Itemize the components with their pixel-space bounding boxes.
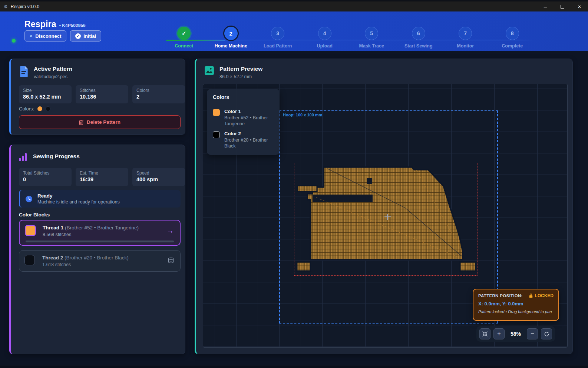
- step-label: Start Sewing: [404, 43, 433, 49]
- position-label: PATTERN POSITION:: [478, 294, 523, 298]
- step-mask-trace[interactable]: 5 Mask Trace: [348, 22, 395, 50]
- delete-pattern-button[interactable]: Delete Pattern: [19, 115, 181, 129]
- app-icon: ⚙: [4, 4, 8, 9]
- pattern-preview-card: Pattern Preview 86.0 × 52.2 mm Hoop: 100…: [195, 59, 573, 354]
- image-icon: [204, 66, 214, 76]
- layers-icon: [168, 257, 174, 264]
- step-circle: 6: [412, 27, 425, 40]
- color-blocks-label: Color Blocks: [19, 212, 50, 218]
- zoom-out-button[interactable]: −: [527, 328, 538, 339]
- lock-icon: [529, 294, 533, 298]
- sewing-progress-title: Sewing Progress: [33, 153, 80, 160]
- step-circle-active: 2: [223, 26, 239, 41]
- stat-colors: Colors 2: [132, 85, 185, 103]
- disconnect-label: Disconnect: [35, 33, 61, 39]
- legend-title: Colors: [213, 94, 274, 100]
- zoom-in-button[interactable]: +: [493, 328, 505, 339]
- step-label: Complete: [502, 43, 523, 49]
- step-start-sewing[interactable]: 6 Start Sewing: [395, 22, 442, 50]
- thread-stitch-count: 1.618 stitches: [42, 262, 71, 267]
- step-number: 2: [229, 30, 232, 37]
- thread-name: Thread 1: [43, 225, 63, 231]
- step-number: 5: [370, 30, 373, 36]
- connection-status-dot: [12, 39, 16, 43]
- step-number: 8: [511, 30, 514, 36]
- delete-pattern-label: Delete Pattern: [87, 119, 120, 125]
- step-circle: 4: [318, 27, 331, 40]
- status-title: Ready: [37, 193, 120, 199]
- maximize-icon: [561, 5, 564, 9]
- initial-button[interactable]: ✓ Initial: [70, 30, 101, 42]
- step-number: 3: [276, 30, 279, 36]
- clock-icon: [25, 195, 33, 203]
- step-load-pattern[interactable]: 3 Load Pattern: [254, 22, 301, 50]
- step-label: Load Pattern: [264, 43, 292, 49]
- check-circle-icon: ✓: [75, 33, 81, 39]
- reset-view-button[interactable]: [541, 328, 552, 339]
- step-home-machine[interactable]: 2 Home Machine: [208, 22, 255, 50]
- pattern-preview-title: Pattern Preview: [219, 66, 262, 72]
- zoom-controls: + 58% −: [476, 326, 555, 342]
- step-upload[interactable]: 4 Upload: [301, 22, 348, 50]
- preview-canvas[interactable]: Hoop: 100 x 100 mm: [203, 84, 568, 348]
- app-header: Respira • K4P502956 × Disconnect ✓ Initi…: [0, 11, 588, 51]
- step-number: 7: [464, 30, 467, 36]
- step-circle: 5: [365, 27, 378, 40]
- bar-chart-icon: [19, 152, 28, 161]
- close-button[interactable]: ×: [571, 1, 588, 11]
- stat-total-stitches: Total Stitches 0: [19, 168, 72, 186]
- machine-serial: • K4P502956: [59, 23, 86, 28]
- step-label: Mask Trace: [359, 43, 384, 49]
- thread-name: Thread 2: [42, 255, 63, 261]
- pattern-position-overlay: PATTERN POSITION: LOCKED X: 0.0mm, Y: 0.…: [473, 289, 559, 321]
- active-pattern-card: Active Pattern valetudogv2.pes Size 86.0…: [9, 59, 185, 135]
- stat-size: Size 86.0 x 52.2 mm: [19, 85, 72, 103]
- minimize-icon: –: [544, 3, 547, 10]
- zoom-level: 58%: [508, 331, 524, 337]
- background-window-sliver: [0, 365, 588, 368]
- legend-swatch: [213, 109, 220, 116]
- position-hint: Pattern locked • Drag background to pan: [478, 309, 554, 314]
- step-number: 6: [417, 30, 420, 36]
- colors-label: Colors:: [19, 106, 34, 112]
- step-label: Connect: [175, 43, 193, 49]
- window-title: Respira v0.0.0: [11, 4, 39, 9]
- thread-detail: (Brother #20 • Brother Black): [65, 255, 129, 261]
- step-number: 4: [323, 30, 326, 36]
- color-swatch-black: [46, 106, 50, 111]
- fit-view-button[interactable]: [479, 328, 490, 339]
- machine-status-banner: Ready Machine is idle and ready for oper…: [19, 190, 181, 208]
- step-monitor[interactable]: 7 Monitor: [442, 22, 489, 50]
- refresh-icon: [544, 331, 549, 337]
- locked-badge: LOCKED: [535, 293, 554, 298]
- step-circle: 7: [459, 27, 472, 40]
- minimize-button[interactable]: –: [537, 1, 554, 11]
- step-circle-done: ✓: [177, 27, 191, 40]
- active-pattern-title: Active Pattern: [34, 66, 72, 72]
- thread-row-2[interactable]: Thread 2 (Brother #20 • Brother Black) 1…: [19, 250, 181, 272]
- step-connect[interactable]: ✓ Connect: [161, 22, 208, 50]
- arrow-right-icon: →: [166, 226, 174, 235]
- initial-label: Initial: [83, 33, 96, 39]
- pattern-bounding-box: [294, 163, 478, 276]
- legend-entry-1: Color 1 Brother #52 • Brother Tangerine: [213, 109, 274, 127]
- legend-entry-2: Color 2 Brother #20 • Brother Black: [213, 131, 274, 149]
- disconnect-button[interactable]: × Disconnect: [24, 30, 66, 42]
- position-coordinates: X: 0.0mm, Y: 0.0mm: [478, 301, 554, 306]
- hoop-label: Hoop: 100 x 100 mm: [283, 113, 322, 117]
- thread-swatch: [25, 225, 36, 236]
- thread-row-1[interactable]: Thread 1 (Brother #52 • Brother Tangerin…: [19, 220, 181, 246]
- sewing-progress-card: Sewing Progress Total Stitches 0 Est. Ti…: [9, 145, 185, 354]
- thread-detail: (Brother #52 • Brother Tangerine): [65, 225, 139, 231]
- color-swatch-tangerine: [37, 106, 42, 111]
- step-complete[interactable]: 8 Complete: [489, 22, 536, 50]
- step-circle: 8: [506, 27, 519, 40]
- close-icon: ×: [578, 3, 581, 10]
- close-icon: ×: [30, 33, 33, 39]
- pattern-filename: valetudogv2.pes: [34, 74, 72, 79]
- thread-stitch-count: 8.568 stitches: [43, 232, 71, 237]
- check-icon: ✓: [182, 30, 186, 37]
- maximize-button[interactable]: [554, 1, 571, 11]
- status-description: Machine is idle and ready for operations: [37, 199, 120, 205]
- stat-stitches: Stitches 10.186: [76, 85, 128, 103]
